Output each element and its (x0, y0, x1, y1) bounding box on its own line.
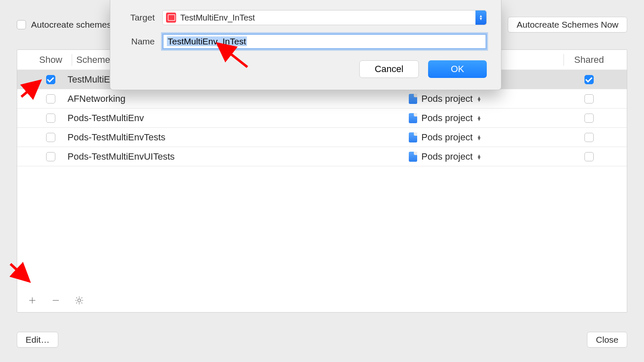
target-label: Target (125, 13, 162, 23)
table-row[interactable]: Pods-TestMultiEnvTestsPods project▲▼ (17, 128, 627, 147)
autocreate-checkbox[interactable] (17, 20, 26, 29)
header-divider (72, 54, 72, 66)
project-icon (409, 152, 417, 162)
header-shared[interactable]: Shared (568, 54, 610, 65)
container-cell[interactable]: Pods project▲▼ (409, 151, 568, 162)
autocreate-now-button[interactable]: Autocreate Schemes Now (508, 17, 627, 33)
remove-scheme-button[interactable] (50, 295, 62, 306)
shared-checkbox[interactable] (584, 114, 594, 123)
autocreate-group: Autocreate schemes (17, 20, 111, 30)
stepper-icon: ▲▼ (477, 135, 483, 140)
name-input[interactable] (162, 34, 487, 49)
show-checkbox[interactable] (46, 152, 55, 161)
combo-stepper-icon: ▲▼ (475, 10, 486, 25)
shared-checkbox[interactable] (584, 75, 594, 84)
container-label: Pods project (421, 132, 473, 143)
scheme-name: AFNetworking (68, 93, 409, 104)
shared-checkbox[interactable] (584, 94, 594, 103)
target-combo[interactable]: TestMultiEnv_InTest ▲▼ (162, 10, 487, 25)
table-row[interactable]: Pods-TestMultiEnvPods project▲▼ (17, 109, 627, 128)
project-icon (409, 132, 417, 142)
scheme-name: Pods-TestMultiEnvTests (68, 132, 409, 143)
header-show[interactable]: Show (34, 54, 68, 65)
project-icon (409, 113, 417, 123)
stepper-icon: ▲▼ (477, 116, 483, 121)
show-checkbox[interactable] (46, 94, 55, 103)
cancel-button[interactable]: Cancel (359, 60, 419, 78)
new-scheme-sheet: Target TestMultiEnv_InTest ▲▼ Name TestM… (110, 0, 501, 90)
shared-checkbox[interactable] (584, 133, 594, 142)
autocreate-label: Autocreate schemes (31, 20, 111, 30)
container-label: Pods project (421, 93, 473, 104)
panel-toolbar (17, 289, 627, 312)
svg-point-3 (78, 299, 80, 302)
footer: Edit… Close (17, 332, 627, 348)
project-icon (409, 94, 417, 104)
target-icon (166, 13, 176, 23)
header-divider-2 (564, 54, 564, 66)
ok-button[interactable]: OK (428, 60, 487, 78)
scheme-name: Pods-TestMultiEnv (68, 113, 409, 124)
scheme-name: Pods-TestMultiEnvUITests (68, 151, 409, 162)
gear-icon[interactable] (73, 295, 85, 306)
show-checkbox[interactable] (46, 114, 55, 123)
stepper-icon: ▲▼ (477, 154, 483, 159)
target-value: TestMultiEnv_InTest (180, 13, 255, 23)
container-label: Pods project (421, 151, 473, 162)
show-checkbox[interactable] (46, 75, 55, 84)
show-checkbox[interactable] (46, 133, 55, 142)
close-button[interactable]: Close (587, 332, 627, 348)
container-cell[interactable]: Pods project▲▼ (409, 93, 568, 104)
add-scheme-button[interactable] (26, 295, 38, 306)
name-label: Name (125, 36, 162, 47)
stepper-icon: ▲▼ (477, 96, 483, 101)
table-row[interactable]: AFNetworkingPods project▲▼ (17, 89, 627, 109)
edit-button[interactable]: Edit… (17, 332, 58, 348)
table-row[interactable]: Pods-TestMultiEnvUITestsPods project▲▼ (17, 147, 627, 166)
container-cell[interactable]: Pods project▲▼ (409, 113, 568, 124)
container-cell[interactable]: Pods project▲▼ (409, 132, 568, 143)
shared-checkbox[interactable] (584, 152, 594, 161)
container-label: Pods project (421, 113, 473, 124)
